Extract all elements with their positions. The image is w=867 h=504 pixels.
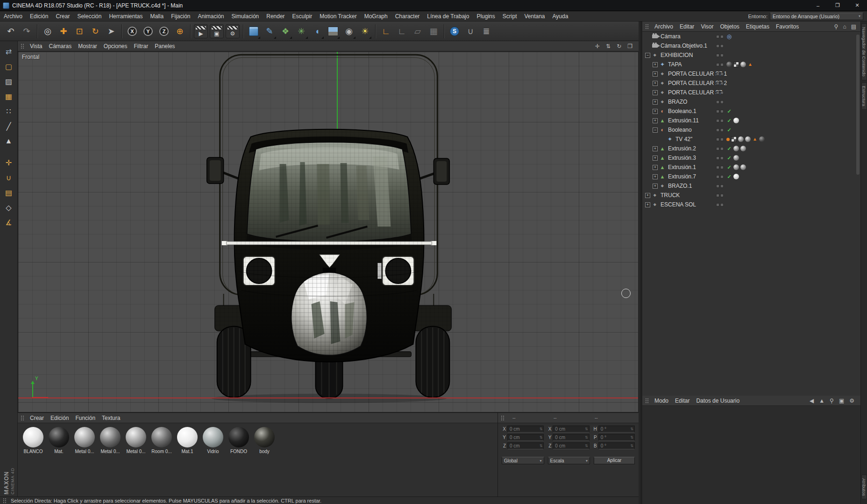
visibility-dot[interactable] [716, 44, 719, 48]
material-menu-edicion[interactable]: Edición [47, 415, 72, 421]
render-dot[interactable] [720, 63, 724, 66]
add-deformer-button[interactable]: ◖ [309, 22, 325, 40]
sphere-light-tag-icon[interactable] [733, 118, 739, 123]
coord-field-h-2[interactable]: 0 °⇅ [598, 426, 635, 433]
sphere-tag-icon[interactable] [740, 146, 746, 151]
menu-ayuda[interactable]: Ayuda [549, 11, 572, 21]
check-tag-icon[interactable]: ✓ [726, 155, 732, 161]
dot-tag-icon[interactable] [726, 138, 730, 141]
coord-field-y-1[interactable]: 0 cm⇅ [553, 434, 589, 441]
visibility-dots[interactable] [716, 35, 724, 38]
render-dot[interactable] [720, 156, 724, 160]
visibility-dot[interactable] [716, 110, 719, 113]
environment-select[interactable]: Entorno de Arranque (Usuario) ▾ [770, 13, 863, 20]
expand-icon[interactable]: + [653, 165, 658, 170]
material-sphere[interactable] [126, 427, 146, 447]
object-row-tv-42[interactable]: ✦TV 42"▲ [642, 135, 860, 144]
visibility-dots[interactable] [716, 119, 724, 122]
live-selection-tool[interactable]: ◎ [40, 22, 56, 40]
menu-render[interactable]: Render [263, 11, 288, 21]
object-row-extrusion-7[interactable]: +▲Extrusión.7✓ [642, 172, 860, 181]
material-body[interactable]: body [252, 427, 277, 454]
material-room-0[interactable]: Room 0... [149, 427, 174, 454]
material-sphere[interactable] [23, 427, 43, 447]
material-sphere[interactable] [254, 427, 275, 447]
visibility-dots[interactable] [716, 194, 724, 197]
expand-icon[interactable]: + [653, 146, 658, 151]
convert-object-button[interactable]: ⇄ [2, 44, 16, 58]
add-light-button-dropdown[interactable] [369, 36, 371, 39]
measure-tool-button[interactable]: ∡ [2, 215, 16, 229]
object-row-truck[interactable]: +⌖TRUCK [642, 191, 860, 200]
visibility-dot[interactable] [716, 138, 719, 141]
render-dot[interactable] [720, 110, 724, 113]
object-row-camara-objetivo-1[interactable]: Cámara.Objetivo.1 [642, 41, 860, 50]
object-row-extrusion-3[interactable]: +▲Extrusión.3✓ [642, 153, 860, 163]
expand-icon[interactable]: + [653, 184, 658, 189]
expand-icon[interactable]: + [653, 109, 658, 114]
texture-mode-button[interactable]: ▨ [2, 74, 16, 88]
check-tag-icon[interactable]: ✓ [726, 108, 732, 114]
material-sphere[interactable] [100, 427, 121, 447]
render-picture-viewer-button[interactable]: ▣ [210, 24, 224, 38]
material-metal-0[interactable]: Metal 0... [98, 427, 123, 454]
check-tag-icon[interactable]: ✓ [726, 164, 732, 170]
material-fondo[interactable]: FONDO [226, 427, 251, 454]
menu-esculpir[interactable]: Esculpir [289, 11, 316, 21]
add-primitive-button-dropdown[interactable] [258, 36, 260, 39]
render-dot[interactable] [720, 35, 724, 38]
minimize-button[interactable]: – [808, 0, 828, 11]
add-environment-button-dropdown[interactable] [337, 36, 340, 39]
stepper-icon[interactable]: ⇅ [540, 427, 543, 431]
render-dot[interactable] [720, 82, 724, 85]
modeling-axis-button[interactable]: ∟ [378, 22, 394, 40]
menu-fijacion[interactable]: Fijación [167, 11, 194, 21]
menu-script[interactable]: Script [499, 11, 521, 21]
object-row-tapa[interactable]: +✦TAPA▲ [642, 60, 860, 69]
object-row-extrusion-2[interactable]: +▲Extrusión.2✓ [642, 144, 860, 153]
visibility-dots[interactable] [716, 82, 724, 85]
search-icon[interactable]: ⚲ [833, 23, 840, 30]
viewport-frontal[interactable]: Frontal [18, 51, 639, 412]
maximize-button[interactable]: ❐ [828, 0, 847, 11]
panel-icon[interactable]: ▤ [850, 23, 858, 30]
check-tag-icon[interactable]: ✓ [726, 146, 732, 151]
object-row-brazo-1[interactable]: +⌖BRAZO.1 [642, 181, 860, 191]
material-menu-funcion[interactable]: Función [72, 415, 99, 421]
om-menu-objetos[interactable]: Objetos [717, 23, 743, 30]
up-icon[interactable]: ▲ [817, 398, 826, 404]
add-subdivision-button[interactable]: ❖ [277, 22, 293, 40]
material-menu-crear[interactable]: Crear [27, 415, 47, 421]
stepper-icon[interactable]: ⇅ [540, 435, 543, 440]
visibility-dot[interactable] [716, 63, 719, 66]
workplane-button[interactable]: ▱ [410, 22, 426, 40]
coord-field-b-2[interactable]: 0 °⇅ [598, 442, 635, 449]
lock-y-button[interactable]: Y [140, 22, 156, 40]
om-menu-editar[interactable]: Editar [676, 23, 697, 30]
workplane-lock-button[interactable]: ▤ [2, 185, 16, 199]
menu-ventana[interactable]: Ventana [520, 11, 548, 21]
menu-malla[interactable]: Malla [146, 11, 167, 21]
visibility-dot[interactable] [716, 128, 719, 132]
visibility-dots[interactable] [716, 100, 724, 104]
expand-icon[interactable]: + [653, 71, 658, 77]
add-array-button-dropdown[interactable] [306, 36, 308, 39]
visibility-dots[interactable] [716, 63, 724, 66]
render-dot[interactable] [720, 100, 724, 104]
menu-character[interactable]: Character [391, 11, 424, 21]
checker-tag-icon[interactable] [731, 136, 737, 142]
collapse-icon[interactable]: − [653, 128, 658, 133]
expand-icon[interactable]: + [653, 99, 658, 105]
render-dot[interactable] [720, 119, 724, 122]
render-dot[interactable] [720, 54, 724, 57]
coord-field-y-0[interactable]: 0 cm⇅ [507, 434, 544, 441]
home-icon[interactable]: ⌂ [841, 23, 847, 30]
viewport-menu-opciones[interactable]: Opciones [100, 43, 131, 50]
quantize-button[interactable]: ≣ [478, 22, 494, 40]
add-environment-button[interactable] [325, 22, 341, 40]
visibility-dots[interactable] [716, 147, 724, 150]
render-dot[interactable] [720, 72, 724, 76]
expand-icon[interactable]: + [653, 174, 658, 179]
undo-button[interactable]: ↶ [3, 22, 19, 40]
polygons-mode-button[interactable]: ▲ [2, 134, 16, 148]
